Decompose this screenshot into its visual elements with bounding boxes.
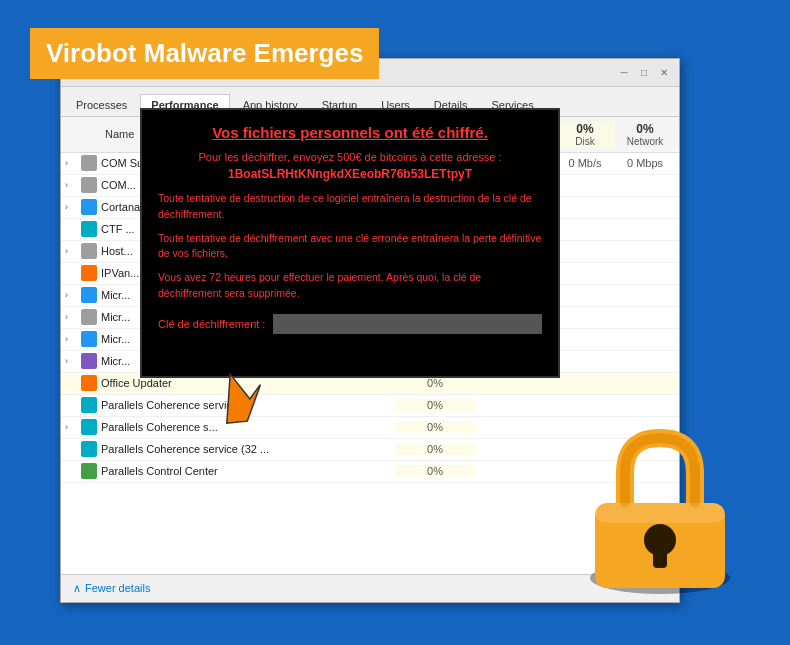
window-controls: ─ □ ✕ [617,65,671,79]
ransom-line1: Pour les déchiffrer, envoyez 500€ de bit… [158,149,542,184]
process-icon [81,287,97,303]
expand-icon[interactable]: › [65,334,77,344]
ransom-warning1: Toute tentative de destruction de ce log… [158,191,542,223]
col-disk-header[interactable]: 0% Disk [555,122,615,147]
expand-icon[interactable]: › [65,180,77,190]
process-icon [81,221,97,237]
ransom-warning2: Toute tentative de déchiffrement avec un… [158,231,542,263]
expand-icon[interactable]: › [65,246,77,256]
expand-icon[interactable]: › [65,312,77,322]
process-icon [81,309,97,325]
process-icon [81,199,97,215]
fewer-details-label: Fewer details [85,582,150,594]
expand-icon[interactable]: › [65,158,77,168]
expand-icon[interactable]: › [65,290,77,300]
process-icon [81,353,97,369]
headline-banner: Virobot Malware Emerges [30,28,379,79]
ransom-address: 1BoatSLRHtKNngkdXEeobR76b53LETtpyT [228,167,472,181]
process-icon [81,419,97,435]
headline-text: Virobot Malware Emerges [46,38,363,69]
svg-rect-5 [595,503,725,523]
ransomware-overlay: Vos fichiers personnels ont été chiffré.… [140,108,560,378]
expand-icon[interactable]: › [65,202,77,212]
minimize-button[interactable]: ─ [617,65,631,79]
ransom-key-row: Clé de déchiffrement : [158,314,542,334]
collapse-icon: ∧ [73,582,81,595]
process-icon [81,397,97,413]
ransom-title: Vos fichiers personnels ont été chiffré. [158,124,542,141]
ransom-warning3: Vous avez 72 heures pour effectuer le pa… [158,270,542,302]
svg-rect-4 [653,548,667,568]
process-icon [81,243,97,259]
process-icon [81,375,97,391]
process-icon [81,265,97,281]
process-icon [81,155,97,171]
expand-icon[interactable]: › [65,422,77,432]
maximize-button[interactable]: □ [637,65,651,79]
process-icon [81,177,97,193]
col-network-header[interactable]: 0% Network [615,122,675,147]
tab-processes[interactable]: Processes [65,94,138,116]
process-icon [81,463,97,479]
process-icon [81,331,97,347]
lock-icon-container [570,418,750,598]
ransom-key-label: Clé de déchiffrement : [158,318,265,330]
table-row[interactable]: Parallels Coherence service 0% [61,395,679,417]
process-icon [81,441,97,457]
ransom-key-input[interactable] [273,314,542,334]
close-button[interactable]: ✕ [657,65,671,79]
expand-icon[interactable]: › [65,356,77,366]
fewer-details-button[interactable]: ∧ Fewer details [73,582,150,595]
